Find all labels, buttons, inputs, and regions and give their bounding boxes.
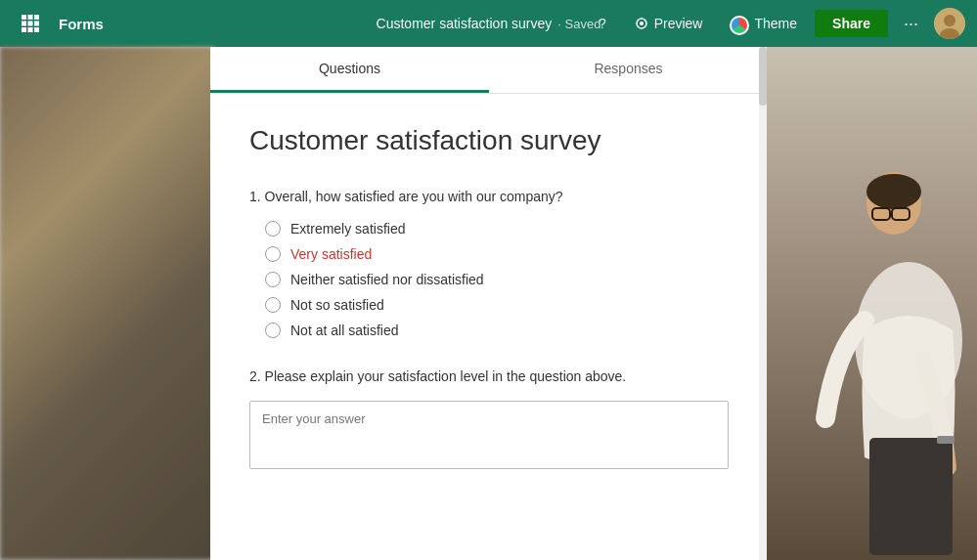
tabs: Questions Responses bbox=[210, 47, 768, 94]
share-button[interactable]: Share bbox=[815, 10, 888, 37]
svg-rect-3 bbox=[22, 22, 26, 26]
topbar-center: Customer satisfaction survey · Saved bbox=[377, 16, 601, 31]
question-1-text: Overall, how satisfied are you with our … bbox=[265, 189, 563, 204]
question-1-label: 1. Overall, how satisfied are you with o… bbox=[249, 188, 729, 207]
option-label-selected: Very satisfied bbox=[290, 246, 372, 262]
preview-icon bbox=[634, 16, 649, 31]
avatar-image bbox=[934, 8, 965, 39]
question-1-number: 1. bbox=[249, 189, 261, 204]
main-area: Questions Responses Customer satisfactio… bbox=[0, 47, 977, 560]
svg-rect-7 bbox=[28, 27, 33, 32]
svg-rect-4 bbox=[28, 22, 33, 26]
saved-indicator: · Saved bbox=[557, 17, 600, 31]
question-2-text: Please explain your satisfaction level i… bbox=[265, 368, 627, 384]
radio-circle bbox=[265, 323, 281, 338]
option-label: Extremely satisfied bbox=[290, 221, 405, 237]
theme-icon bbox=[730, 16, 749, 35]
theme-label: Theme bbox=[754, 16, 797, 31]
theme-button[interactable]: Theme bbox=[720, 8, 807, 39]
text-answer-input[interactable] bbox=[249, 401, 729, 469]
svg-rect-0 bbox=[22, 15, 26, 20]
svg-point-12 bbox=[944, 15, 955, 26]
question-2-number: 2. bbox=[249, 368, 261, 384]
topbar-right: ? Preview Theme Share ··· bbox=[589, 8, 965, 40]
list-item[interactable]: Not so satisfied bbox=[265, 297, 729, 313]
topbar-left: Forms bbox=[12, 9, 104, 38]
svg-point-10 bbox=[640, 22, 644, 25]
app-title: Forms bbox=[59, 16, 104, 32]
question-2: 2. Please explain your satisfaction leve… bbox=[249, 367, 729, 473]
waffle-button[interactable] bbox=[12, 9, 49, 38]
more-options-button[interactable]: ··· bbox=[896, 8, 926, 40]
scrollbar-track bbox=[759, 47, 767, 560]
form-content: Customer satisfaction survey 1. Overall,… bbox=[210, 94, 768, 560]
topbar: Forms Customer satisfaction survey · Sav… bbox=[0, 0, 977, 47]
radio-group-1: Extremely satisfied Very satisfied Neith… bbox=[265, 221, 729, 338]
form-container: Questions Responses Customer satisfactio… bbox=[210, 47, 768, 560]
share-label: Share bbox=[832, 16, 870, 31]
list-item[interactable]: Extremely satisfied bbox=[265, 221, 729, 237]
radio-circle bbox=[265, 272, 281, 287]
scrollbar-thumb[interactable] bbox=[759, 47, 767, 106]
question-2-label: 2. Please explain your satisfaction leve… bbox=[249, 367, 729, 387]
option-label: Not at all satisfied bbox=[290, 323, 399, 338]
survey-title-header: Customer satisfaction survey bbox=[377, 16, 553, 31]
more-icon: ··· bbox=[904, 14, 918, 33]
avatar[interactable] bbox=[934, 8, 965, 39]
svg-rect-22 bbox=[937, 436, 955, 444]
option-label: Neither satisfied nor dissatisfied bbox=[290, 272, 484, 287]
preview-button[interactable]: Preview bbox=[624, 10, 713, 37]
list-item[interactable]: Very satisfied bbox=[265, 246, 729, 262]
survey-title: Customer satisfaction survey bbox=[249, 123, 729, 158]
svg-rect-21 bbox=[869, 438, 953, 555]
person-illustration bbox=[767, 47, 977, 560]
bg-left-overlay bbox=[0, 47, 215, 560]
svg-point-17 bbox=[866, 174, 921, 209]
radio-circle bbox=[265, 221, 281, 237]
option-label: Not so satisfied bbox=[290, 297, 384, 313]
question-1: 1. Overall, how satisfied are you with o… bbox=[249, 188, 729, 338]
svg-rect-1 bbox=[28, 15, 33, 20]
svg-rect-8 bbox=[34, 27, 39, 32]
svg-rect-2 bbox=[34, 15, 39, 20]
bg-right-person bbox=[767, 47, 977, 560]
svg-rect-5 bbox=[34, 22, 39, 26]
list-item[interactable]: Not at all satisfied bbox=[265, 323, 729, 338]
list-item[interactable]: Neither satisfied nor dissatisfied bbox=[265, 272, 729, 287]
radio-circle bbox=[265, 297, 281, 313]
tab-questions[interactable]: Questions bbox=[210, 47, 489, 93]
radio-circle bbox=[265, 246, 281, 262]
tab-responses[interactable]: Responses bbox=[489, 47, 768, 93]
preview-label: Preview bbox=[654, 16, 703, 31]
svg-rect-6 bbox=[22, 27, 26, 32]
